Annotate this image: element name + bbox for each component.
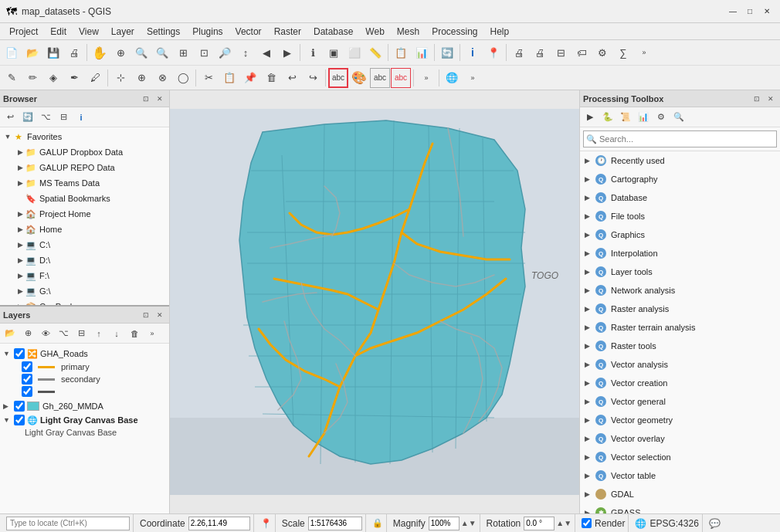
field-calc-btn[interactable]: ∑: [613, 42, 633, 63]
sublayer-visible-checkbox[interactable]: [22, 386, 32, 397]
sublayer-visible-checkbox[interactable]: [22, 361, 32, 372]
rotation-spinner[interactable]: ▲▼: [556, 519, 571, 527]
coordinate-input[interactable]: [188, 517, 250, 530]
label-style3-btn[interactable]: abc: [391, 68, 411, 88]
zoom-layer-button[interactable]: 🔎: [215, 42, 235, 63]
more3-btn[interactable]: »: [463, 68, 483, 88]
tree-item-home[interactable]: ▶ 🏠 Home: [12, 222, 169, 237]
tree-item-ms-teams[interactable]: ▶ 📁 MS Teams Data: [12, 175, 169, 191]
delete-btn[interactable]: 🗑: [261, 68, 281, 88]
browser-float-btn[interactable]: ⊡: [140, 93, 152, 105]
menu-help[interactable]: Help: [484, 25, 516, 39]
layers-collapse-btn[interactable]: ⊟: [73, 325, 90, 342]
proc-item-vector-creation[interactable]: ▶QVector creation: [580, 374, 780, 392]
browser-add-btn[interactable]: ↩: [2, 109, 19, 126]
pen-btn[interactable]: 🖊: [85, 68, 105, 88]
zoom-next-button[interactable]: ▶: [277, 42, 297, 63]
tree-item-drive-g[interactable]: ▶ 💻 G:\: [12, 283, 169, 299]
tree-item-bookmarks[interactable]: 🔖 Spatial Bookmarks: [12, 191, 169, 206]
proc-item-gdal[interactable]: ▶GDAL: [580, 485, 780, 503]
menu-edit[interactable]: Edit: [44, 25, 73, 39]
menu-settings[interactable]: Settings: [141, 25, 186, 39]
pan-to-selection[interactable]: ⊕: [110, 42, 131, 63]
processing-float-btn[interactable]: ⊡: [751, 93, 763, 105]
menu-plugins[interactable]: Plugins: [186, 25, 229, 39]
globe-btn[interactable]: 🌐: [442, 68, 462, 88]
layers-close-btn[interactable]: ✕: [154, 309, 166, 321]
proc-item-vector-selection[interactable]: ▶QVector selection: [580, 448, 780, 466]
undo-btn[interactable]: ↩: [282, 68, 302, 88]
proc-item-interpolation[interactable]: ▶QInterpolation: [580, 244, 780, 263]
proc-item-vector-overlay[interactable]: ▶QVector overlay: [580, 429, 780, 448]
snap3-btn[interactable]: ⊗: [152, 68, 172, 88]
render-checkbox[interactable]: [582, 518, 592, 528]
deselect-button[interactable]: ⬜: [344, 42, 365, 63]
proc-run-btn[interactable]: ▶: [582, 109, 599, 126]
layer-gha-roads-item[interactable]: ▼ 🔀 GHA_Roads: [0, 347, 169, 361]
menu-layer[interactable]: Layer: [105, 25, 141, 39]
new-project-button[interactable]: 📄: [2, 42, 22, 63]
browser-close-btn[interactable]: ✕: [154, 93, 166, 105]
statistics-button[interactable]: 📊: [412, 42, 432, 63]
favorites-node[interactable]: ▼ ★ Favorites: [0, 129, 169, 144]
pan-tool-button[interactable]: ✋: [90, 42, 110, 63]
snap4-btn[interactable]: ◯: [173, 68, 193, 88]
menu-processing[interactable]: Processing: [426, 25, 483, 39]
tree-item-galup-repo[interactable]: ▶ 📁 GALUP REPO Data: [12, 160, 169, 175]
layer-btn[interactable]: ⊟: [551, 42, 571, 63]
refresh-button[interactable]: 🔄: [437, 42, 457, 63]
proc-item-raster-analysis[interactable]: ▶QRaster analysis: [580, 300, 780, 318]
proc-item-layer-tools[interactable]: ▶QLayer tools: [580, 263, 780, 281]
processing-search-input[interactable]: [583, 130, 777, 147]
sublayer-secondary[interactable]: secondary: [19, 373, 169, 385]
open-project-button[interactable]: 📂: [22, 42, 42, 63]
proc-results-btn[interactable]: 📊: [635, 109, 652, 126]
zoom-last-button[interactable]: ◀: [256, 42, 276, 63]
measure-button[interactable]: 📏: [365, 42, 385, 63]
layers-more-btn[interactable]: »: [144, 325, 161, 342]
proc-item-file-tools[interactable]: ▶QFile tools: [580, 207, 780, 225]
cut-btn[interactable]: ✂: [198, 68, 219, 88]
proc-item-recently-used[interactable]: ▶🕐Recently used: [580, 151, 780, 170]
zoom-out-button[interactable]: 🔍: [152, 42, 172, 63]
paste-btn[interactable]: 📌: [240, 68, 260, 88]
label-style2-btn[interactable]: abc: [370, 68, 390, 88]
select-button[interactable]: ▣: [324, 42, 344, 63]
copy-btn[interactable]: 📋: [219, 68, 239, 88]
node-btn[interactable]: ◈: [43, 68, 63, 88]
sublayer-visible-checkbox[interactable]: [22, 374, 32, 385]
tree-item-drive-d[interactable]: ▶ 💻 D:\: [12, 252, 169, 268]
info-button[interactable]: i: [463, 42, 483, 63]
proc-item-vector-geometry[interactable]: ▶QVector geometry: [580, 411, 780, 429]
browser-info-btn[interactable]: i: [73, 109, 90, 126]
menu-raster[interactable]: Raster: [268, 25, 307, 39]
sketch-btn[interactable]: ✒: [64, 68, 84, 88]
menu-database[interactable]: Database: [307, 25, 359, 39]
proc-item-vector-analysis[interactable]: ▶QVector analysis: [580, 355, 780, 374]
maximize-button[interactable]: □: [743, 5, 757, 19]
attribute-table-button[interactable]: 📋: [391, 42, 411, 63]
minimize-button[interactable]: —: [726, 5, 740, 19]
snap-btn[interactable]: ⊹: [110, 68, 131, 88]
map-canvas[interactable]: TOGO: [170, 90, 579, 513]
browser-refresh-btn[interactable]: 🔄: [19, 109, 36, 126]
proc-item-database[interactable]: ▶QDatabase: [580, 188, 780, 207]
print-button[interactable]: 🖨: [509, 42, 529, 63]
menu-view[interactable]: View: [73, 25, 105, 39]
menu-project[interactable]: Project: [3, 25, 44, 39]
menu-web[interactable]: Web: [359, 25, 390, 39]
digitize-btn[interactable]: ✎: [2, 68, 22, 88]
scale-input[interactable]: [308, 517, 362, 530]
layers-show-btn[interactable]: 👁: [37, 325, 54, 342]
tree-item-drive-c[interactable]: ▶ 💻 C:\: [12, 237, 169, 252]
proc-item-network-analysis[interactable]: ▶QNetwork analysis: [580, 281, 780, 300]
plugin-btn[interactable]: ⚙: [592, 42, 612, 63]
crs-section[interactable]: 🌐 EPSG:4326: [632, 514, 702, 532]
layer-visible-checkbox[interactable]: [14, 348, 25, 359]
layers-float-btn[interactable]: ⊡: [140, 309, 152, 321]
browser-filter-btn[interactable]: ⌥: [37, 109, 54, 126]
processing-close-btn[interactable]: ✕: [765, 93, 777, 105]
sublayer-primary[interactable]: primary: [19, 361, 169, 373]
proc-item-raster-terrain-analysis[interactable]: ▶QRaster terrain analysis: [580, 318, 780, 337]
more-btn[interactable]: »: [634, 42, 654, 63]
